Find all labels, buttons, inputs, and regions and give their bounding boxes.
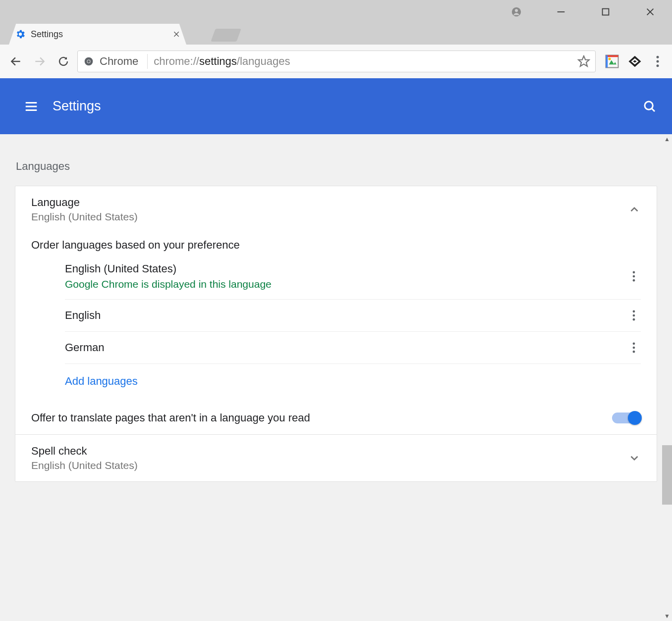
browser-toolbar: Chrome chrome://settings/languages — [0, 45, 672, 78]
svg-point-1 — [515, 9, 518, 12]
language-name: English — [65, 309, 627, 322]
svg-rect-3 — [603, 9, 609, 15]
new-tab-button[interactable] — [211, 29, 241, 42]
back-button[interactable] — [6, 52, 26, 71]
svg-marker-13 — [578, 56, 589, 66]
svg-point-22 — [657, 56, 659, 58]
language-panel-subtitle: English (United States) — [31, 211, 628, 223]
profile-icon[interactable] — [506, 2, 526, 22]
chevron-down-icon — [628, 452, 641, 465]
extension-icon-2[interactable] — [627, 54, 642, 69]
svg-point-12 — [87, 60, 90, 62]
reload-button[interactable] — [54, 52, 73, 71]
add-languages-link[interactable]: Add languages — [65, 364, 641, 402]
language-panel-title: Language — [31, 196, 628, 209]
spellcheck-summary-row[interactable]: Spell check English (United States) — [15, 435, 657, 481]
window-titlebar — [0, 0, 672, 24]
browser-menu-icon[interactable] — [650, 54, 665, 69]
extension-icon-1[interactable] — [605, 54, 619, 69]
scroll-down-arrow[interactable]: ▼ — [662, 611, 672, 621]
scroll-thumb[interactable] — [662, 445, 672, 505]
address-url: chrome://settings/languages — [154, 55, 290, 68]
svg-point-32 — [633, 279, 635, 282]
more-menu-icon[interactable] — [627, 309, 641, 322]
translate-toggle-row: Offer to translate pages that aren't in … — [15, 402, 657, 434]
language-item: English (United States) Google Chrome is… — [65, 254, 641, 300]
svg-point-37 — [633, 347, 635, 349]
svg-point-33 — [633, 310, 635, 313]
settings-header: Settings — [0, 78, 672, 134]
more-menu-icon[interactable] — [627, 269, 641, 283]
svg-point-34 — [633, 314, 635, 317]
language-helper-text: Order languages based on your preference — [15, 233, 657, 254]
window-close[interactable] — [640, 2, 660, 22]
svg-point-35 — [633, 318, 635, 321]
address-separator — [147, 54, 148, 69]
tab-strip: Settings — [0, 24, 672, 45]
language-name: German — [65, 341, 627, 354]
svg-point-38 — [633, 351, 635, 353]
svg-line-29 — [652, 108, 655, 111]
spellcheck-subtitle: English (United States) — [31, 460, 628, 471]
content-area: Languages Language English (United State… — [0, 134, 672, 621]
forward-button — [30, 52, 50, 71]
close-tab-icon[interactable] — [172, 30, 180, 38]
svg-rect-18 — [606, 55, 608, 68]
language-item: English — [65, 300, 641, 332]
language-name: English (United States) — [65, 262, 627, 275]
section-title: Languages — [0, 160, 672, 173]
address-origin-label: Chrome — [100, 55, 138, 68]
browser-tab-active[interactable]: Settings — [9, 24, 186, 45]
chevron-up-icon — [628, 203, 641, 216]
window-maximize[interactable] — [596, 2, 616, 22]
gear-icon — [15, 29, 26, 40]
translate-toggle[interactable] — [612, 413, 641, 423]
address-bar[interactable]: Chrome chrome://settings/languages — [77, 51, 596, 72]
language-list: English (United States) Google Chrome is… — [15, 254, 657, 402]
translate-label: Offer to translate pages that aren't in … — [31, 412, 612, 424]
svg-point-36 — [633, 343, 635, 345]
svg-point-16 — [609, 58, 611, 60]
window-minimize[interactable] — [551, 2, 571, 22]
menu-icon[interactable] — [24, 99, 39, 114]
extensions-area — [600, 54, 666, 69]
svg-point-31 — [633, 275, 635, 278]
bookmark-star-icon[interactable] — [577, 55, 590, 68]
language-note: Google Chrome is displayed in this langu… — [65, 278, 627, 290]
spellcheck-title: Spell check — [31, 445, 628, 458]
languages-card: Language English (United States) Order l… — [15, 186, 657, 482]
svg-point-30 — [633, 271, 635, 274]
language-summary-row[interactable]: Language English (United States) — [15, 186, 657, 233]
vertical-scrollbar[interactable]: ▲ ▼ — [662, 134, 672, 621]
svg-marker-15 — [609, 60, 616, 65]
chrome-icon — [84, 56, 94, 66]
more-menu-icon[interactable] — [627, 341, 641, 355]
header-title: Settings — [53, 99, 101, 114]
svg-point-24 — [657, 64, 659, 67]
scroll-up-arrow[interactable]: ▲ — [662, 134, 672, 144]
tab-title: Settings — [31, 29, 168, 40]
search-icon[interactable] — [642, 99, 657, 114]
svg-point-23 — [657, 60, 659, 63]
language-item: German — [65, 332, 641, 364]
